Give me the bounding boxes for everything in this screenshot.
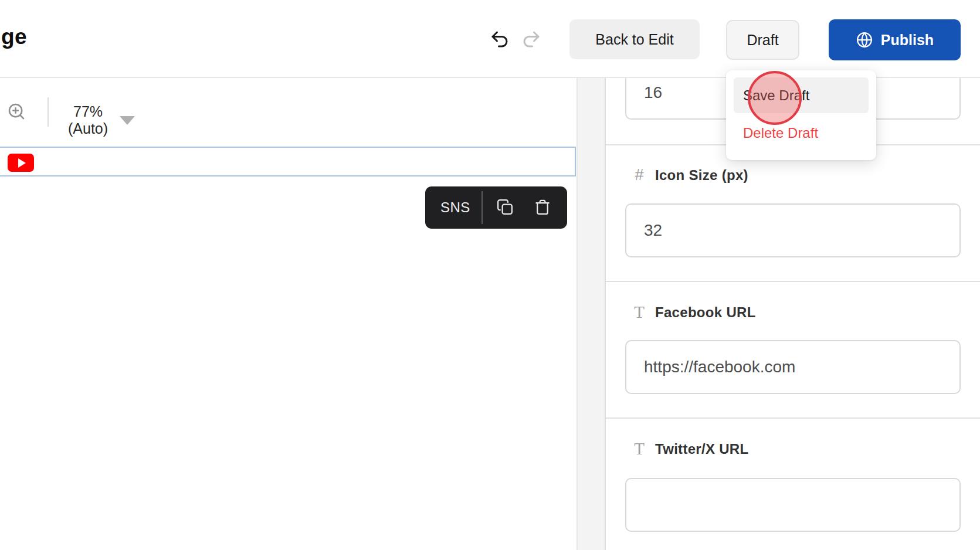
delete-block-button[interactable] (533, 198, 552, 217)
twitter-url-label: Twitter/X URL (655, 441, 748, 457)
copy-icon (496, 198, 514, 216)
undo-icon (489, 29, 510, 50)
redo-button[interactable] (520, 28, 543, 52)
zoom-in-icon[interactable] (6, 101, 27, 123)
section-divider (606, 417, 980, 419)
zoom-level-value: 77% (Auto) (68, 103, 108, 137)
editor-canvas: 77% (Auto) SNS (0, 78, 577, 550)
block-type-label: SNS (440, 186, 470, 229)
publish-label: Publish (881, 32, 934, 49)
draft-dropdown-menu: Save Draft Delete Draft (726, 70, 876, 160)
duplicate-block-button[interactable] (496, 198, 514, 217)
save-draft-menu-item[interactable]: Save Draft (734, 77, 869, 113)
page-title: ge (1, 25, 27, 49)
redo-icon (521, 29, 542, 50)
twitter-url-label-row: T Twitter/X URL (632, 439, 748, 459)
back-to-edit-button[interactable]: Back to Edit (569, 19, 700, 59)
icon-size-label-row: # Icon Size (px) (632, 166, 748, 184)
facebook-url-label-row: T Facebook URL (632, 303, 756, 322)
icon-size-label: Icon Size (px) (655, 167, 748, 184)
text-field-icon: T (632, 439, 646, 459)
trash-icon (534, 198, 551, 216)
icon-size-input[interactable] (625, 203, 961, 257)
facebook-url-input[interactable] (625, 340, 961, 394)
twitter-url-input[interactable] (625, 478, 961, 532)
chevron-down-icon (120, 116, 135, 125)
globe-icon (856, 31, 873, 49)
youtube-icon[interactable] (8, 154, 34, 172)
facebook-url-label: Facebook URL (655, 304, 756, 321)
top-bar: ge Back to Edit Draft Publish (0, 0, 980, 78)
divider (481, 191, 483, 224)
zoom-level-dropdown[interactable]: 77% (Auto) (68, 103, 135, 137)
draft-button[interactable]: Draft (726, 20, 799, 60)
number-field-icon: # (632, 166, 646, 184)
page-editor: # Icon Size (px) T Facebook URL T Twitte… (0, 0, 980, 550)
delete-draft-menu-item[interactable]: Delete Draft (734, 115, 869, 151)
text-field-icon: T (632, 303, 646, 322)
undo-button[interactable] (488, 28, 511, 52)
block-toolbar: SNS (425, 186, 567, 229)
publish-button[interactable]: Publish (829, 19, 961, 60)
canvas-panel-gutter (577, 78, 606, 550)
selected-sns-block[interactable] (0, 147, 576, 176)
section-divider (606, 281, 980, 282)
divider (48, 97, 49, 127)
